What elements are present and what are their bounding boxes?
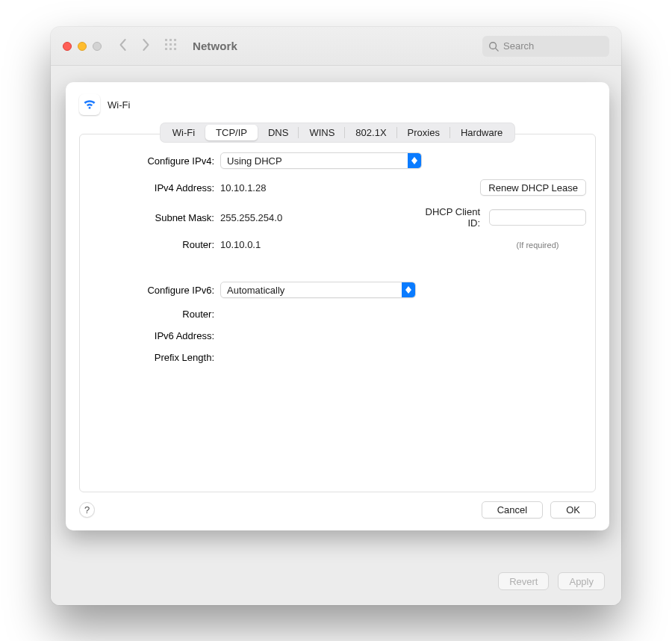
- apply-button: Apply: [558, 572, 605, 590]
- subnet-mask-value: 255.255.254.0: [220, 212, 422, 223]
- ipv4-address-label: IPv4 Address:: [93, 182, 220, 193]
- svg-rect-3: [165, 43, 167, 46]
- tab-content: Configure IPv4: Using DHCP IPv4 Address:…: [79, 134, 596, 492]
- ipv6-address-label: IPv6 Address:: [93, 330, 220, 341]
- tab-dns[interactable]: DNS: [258, 125, 299, 140]
- configure-ipv4-select[interactable]: Using DHCP: [220, 152, 422, 169]
- chevron-updown-icon: [408, 153, 421, 168]
- tab-802-1x[interactable]: 802.1X: [345, 125, 396, 140]
- search-placeholder: Search: [503, 40, 534, 52]
- subnet-mask-label: Subnet Mask:: [93, 212, 220, 223]
- ipv4-address-value: 10.10.1.28: [220, 182, 422, 193]
- tab-bar: Wi-FiTCP/IPDNSWINS802.1XProxiesHardware: [160, 123, 516, 143]
- traffic-lights: [63, 42, 102, 51]
- cancel-button[interactable]: Cancel: [482, 501, 543, 518]
- ipv6-router-label: Router:: [93, 309, 220, 320]
- tab-wi-fi[interactable]: Wi-Fi: [162, 125, 205, 140]
- minimize-icon[interactable]: [78, 42, 87, 51]
- dhcp-client-id-input[interactable]: [489, 209, 586, 226]
- tab-proxies[interactable]: Proxies: [397, 125, 450, 140]
- advanced-sheet: Wi-Fi Wi-FiTCP/IPDNSWINS802.1XProxiesHar…: [66, 82, 609, 530]
- window-title: Network: [193, 40, 237, 52]
- svg-rect-7: [169, 48, 172, 50]
- backdrop-footer: Revert Apply: [498, 572, 605, 590]
- ok-button[interactable]: OK: [550, 501, 596, 518]
- revert-button: Revert: [498, 572, 549, 590]
- svg-line-10: [496, 48, 499, 51]
- renew-dhcp-button[interactable]: Renew DHCP Lease: [480, 179, 586, 196]
- show-all-icon[interactable]: [164, 38, 178, 54]
- ipv4-router-label: Router:: [93, 239, 220, 250]
- back-button[interactable]: [118, 37, 128, 55]
- svg-rect-8: [174, 48, 176, 50]
- titlebar: Network Search: [51, 27, 621, 66]
- chevron-updown-icon: [402, 282, 415, 297]
- svg-rect-0: [165, 39, 167, 41]
- nav-arrows: [118, 37, 151, 55]
- prefix-length-label: Prefix Length:: [93, 352, 220, 363]
- configure-ipv6-value: Automatically: [221, 285, 402, 296]
- wifi-icon: [79, 94, 100, 115]
- tab-tcp-ip[interactable]: TCP/IP: [205, 125, 258, 140]
- help-button[interactable]: ?: [79, 502, 95, 518]
- configure-ipv4-label: Configure IPv4:: [93, 155, 220, 167]
- svg-rect-4: [169, 43, 172, 46]
- configure-ipv6-select[interactable]: Automatically: [220, 282, 416, 298]
- configure-ipv4-value: Using DHCP: [221, 155, 408, 167]
- forward-button[interactable]: [140, 37, 151, 55]
- dhcp-client-id-label: DHCP Client ID:: [422, 206, 485, 229]
- search-input[interactable]: Search: [482, 36, 609, 57]
- svg-rect-1: [169, 39, 172, 41]
- close-icon[interactable]: [63, 42, 72, 51]
- svg-rect-5: [174, 43, 176, 46]
- connection-name: Wi-Fi: [108, 99, 130, 111]
- svg-rect-6: [165, 48, 167, 50]
- configure-ipv6-label: Configure IPv6:: [93, 285, 220, 296]
- sheet-footer: ? Cancel OK: [66, 492, 609, 530]
- tab-hardware[interactable]: Hardware: [450, 125, 513, 140]
- sheet-header: Wi-Fi: [66, 82, 609, 123]
- svg-rect-2: [174, 39, 176, 41]
- dhcp-hint: (If required): [489, 241, 586, 250]
- ipv4-router-value: 10.10.0.1: [220, 239, 422, 250]
- zoom-icon: [93, 42, 102, 51]
- tab-wins[interactable]: WINS: [299, 125, 345, 140]
